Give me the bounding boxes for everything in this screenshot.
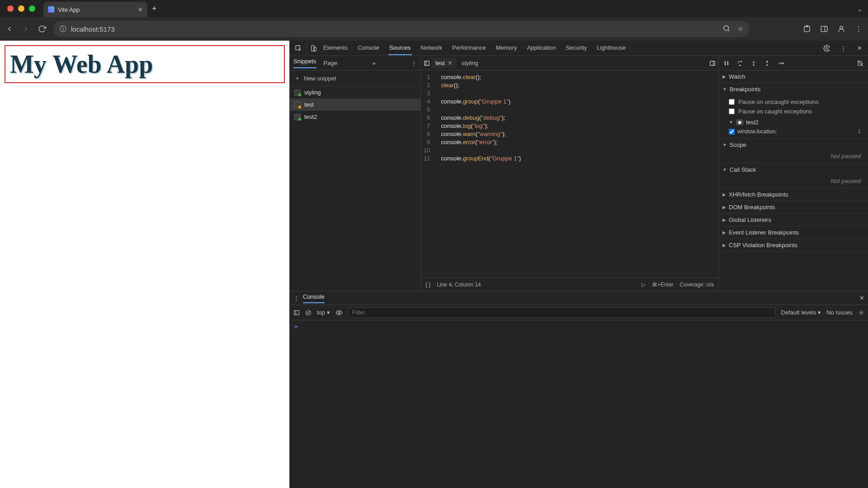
minimize-window-icon[interactable] bbox=[18, 5, 24, 12]
tab-memory[interactable]: Memory bbox=[495, 41, 518, 55]
step-icon[interactable] bbox=[777, 59, 785, 67]
context-selector[interactable]: top ▾ bbox=[317, 309, 330, 316]
nav-tab-overflow-icon[interactable]: » bbox=[373, 60, 376, 66]
step-into-icon[interactable] bbox=[750, 59, 758, 67]
drawer-more-icon[interactable]: ⋮ bbox=[293, 295, 299, 301]
tab-elements[interactable]: Elements bbox=[322, 41, 349, 55]
svg-rect-16 bbox=[727, 61, 728, 65]
breakpoint-item[interactable]: window.location; 1 bbox=[729, 128, 864, 135]
svg-rect-13 bbox=[710, 61, 715, 65]
console-prompt[interactable] bbox=[290, 320, 868, 333]
watch-header[interactable]: ▶Watch bbox=[719, 70, 868, 83]
live-expression-icon[interactable] bbox=[335, 309, 343, 316]
close-editor-tab-icon[interactable]: ✕ bbox=[448, 60, 453, 66]
svg-point-19 bbox=[753, 64, 754, 65]
xhr-header[interactable]: ▶XHR/fetch Breakpoints bbox=[719, 188, 868, 201]
dom-header[interactable]: ▶DOM Breakpoints bbox=[719, 201, 868, 213]
pretty-print-icon[interactable]: { } bbox=[425, 282, 430, 288]
drawer-tab-console[interactable]: Console bbox=[303, 293, 325, 303]
devtools-tabs: Elements Console Sources Network Perform… bbox=[322, 41, 627, 55]
step-out-icon[interactable] bbox=[763, 59, 771, 67]
toggle-sidebar-icon[interactable] bbox=[293, 310, 300, 316]
new-snippet-button[interactable]: ＋ New snippet bbox=[290, 70, 420, 86]
pause-uncaught-checkbox[interactable]: Pause on uncaught exceptions bbox=[729, 97, 864, 107]
csp-header[interactable]: ▶CSP Violation Breakpoints bbox=[719, 239, 868, 251]
close-window-icon[interactable] bbox=[7, 5, 14, 12]
close-drawer-icon[interactable]: ✕ bbox=[859, 295, 864, 301]
extensions-icon[interactable] bbox=[802, 24, 812, 34]
device-toolbar-icon[interactable] bbox=[306, 42, 318, 54]
toggle-debugger-icon[interactable] bbox=[709, 60, 716, 66]
snippet-item-styling[interactable]: styling bbox=[290, 86, 420, 99]
inspect-element-icon[interactable] bbox=[292, 42, 304, 54]
scope-header[interactable]: ▼Scope bbox=[719, 139, 868, 151]
close-devtools-icon[interactable]: ✕ bbox=[854, 42, 865, 54]
gear-icon[interactable] bbox=[821, 42, 833, 54]
forward-button[interactable] bbox=[21, 24, 31, 34]
callstack-header[interactable]: ▼Call Stack bbox=[719, 164, 868, 176]
bookmark-icon[interactable]: ☆ bbox=[737, 25, 743, 33]
clear-console-icon[interactable] bbox=[305, 310, 311, 316]
back-button[interactable] bbox=[5, 24, 14, 34]
zoom-icon[interactable] bbox=[723, 25, 730, 33]
address-bar[interactable]: ⓘ localhost:5173 ☆ bbox=[53, 21, 750, 37]
tab-sources[interactable]: Sources bbox=[388, 41, 412, 55]
nav-more-icon[interactable]: ⋮ bbox=[411, 60, 417, 66]
reload-button[interactable] bbox=[37, 24, 47, 34]
section-label: CSP Violation Breakpoints bbox=[729, 242, 797, 249]
profile-icon[interactable] bbox=[836, 24, 846, 34]
run-snippet-icon[interactable]: ▷ bbox=[642, 282, 646, 288]
issues-label[interactable]: No Issues bbox=[826, 309, 853, 316]
tab-overflow-icon[interactable]: ⌄ bbox=[857, 5, 868, 13]
new-tab-button[interactable]: + bbox=[152, 4, 157, 14]
tab-network[interactable]: Network bbox=[420, 41, 443, 55]
bp-group-test2[interactable]: ▼◆test2 bbox=[729, 116, 864, 128]
page-content: My Web App bbox=[0, 41, 289, 488]
snippet-label: test bbox=[304, 101, 314, 108]
traffic-lights bbox=[7, 5, 35, 12]
tab-performance[interactable]: Performance bbox=[451, 41, 486, 55]
console-drawer: ⋮ Console ✕ top ▾ Default levels ▾ No Is… bbox=[290, 291, 868, 488]
new-snippet-label: New snippet bbox=[304, 75, 336, 82]
deactivate-breakpoints-icon[interactable] bbox=[856, 59, 864, 67]
code-editor[interactable]: 1234567891011 console.clear();clear(); c… bbox=[421, 70, 718, 277]
snippet-label: test2 bbox=[304, 113, 317, 120]
maximize-window-icon[interactable] bbox=[29, 5, 35, 12]
event-breakpoints-section: ▶Event Listener Breakpoints bbox=[719, 226, 868, 239]
step-over-icon[interactable] bbox=[736, 59, 744, 67]
breakpoints-section: ▼Breakpoints Pause on uncaught exception… bbox=[719, 83, 868, 139]
coverage-status: Coverage: n/a bbox=[680, 282, 714, 288]
more-icon[interactable]: ⋮ bbox=[837, 42, 849, 54]
drawer-tabs: ⋮ Console ✕ bbox=[290, 291, 868, 305]
navigator-tabs: Snippets Page » ⋮ bbox=[290, 56, 420, 70]
editor-tab-styling[interactable]: styling bbox=[458, 58, 482, 68]
snippet-item-test2[interactable]: test2 bbox=[290, 111, 420, 123]
toggle-navigator-icon[interactable] bbox=[424, 60, 430, 66]
console-filter-input[interactable] bbox=[348, 307, 776, 318]
section-label: Watch bbox=[729, 73, 745, 80]
close-tab-icon[interactable]: ✕ bbox=[138, 6, 143, 13]
tab-application[interactable]: Application bbox=[526, 41, 557, 55]
nav-tab-snippets[interactable]: Snippets bbox=[293, 58, 316, 68]
nav-tab-page[interactable]: Page bbox=[324, 60, 337, 66]
tab-console[interactable]: Console bbox=[357, 41, 380, 55]
resume-icon[interactable] bbox=[722, 59, 731, 67]
tab-security[interactable]: Security bbox=[565, 41, 588, 55]
tab-lighthouse[interactable]: Lighthouse bbox=[596, 41, 627, 55]
breakpoints-header[interactable]: ▼Breakpoints bbox=[719, 83, 868, 95]
global-header[interactable]: ▶Global Listeners bbox=[719, 214, 868, 226]
editor-tab-test[interactable]: test ✕ bbox=[432, 58, 456, 68]
event-header[interactable]: ▶Event Listener Breakpoints bbox=[719, 226, 868, 239]
browser-tab[interactable]: Vite App ✕ bbox=[43, 2, 147, 17]
snippet-item-test[interactable]: test bbox=[290, 99, 420, 111]
pause-caught-checkbox[interactable]: Pause on caught exceptions bbox=[729, 107, 864, 116]
side-panel-icon[interactable] bbox=[819, 24, 829, 34]
log-levels-selector[interactable]: Default levels ▾ bbox=[781, 309, 821, 316]
breakpoint-checkbox[interactable] bbox=[729, 129, 735, 135]
console-settings-icon[interactable] bbox=[858, 310, 864, 316]
editor-panel: test ✕ styling 1234567891011 console.cle… bbox=[421, 56, 719, 291]
menu-icon[interactable]: ⋮ bbox=[854, 24, 863, 34]
code-content[interactable]: console.clear();clear(); console.group("… bbox=[434, 70, 521, 277]
checkbox-label: Pause on uncaught exceptions bbox=[738, 99, 819, 105]
site-info-icon[interactable]: ⓘ bbox=[60, 25, 66, 33]
